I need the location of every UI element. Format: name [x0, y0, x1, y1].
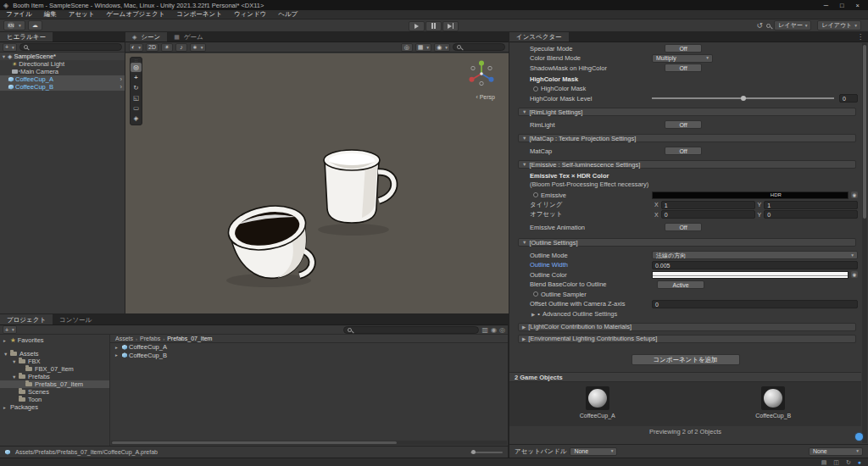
- outline-settings-foldout[interactable]: ▼[Outline Settings]: [518, 238, 856, 247]
- tree-item-directional-light[interactable]: ☀ Directional Light: [0, 60, 125, 68]
- offset-x-field[interactable]: 0: [661, 210, 755, 219]
- scale-tool-button[interactable]: ◱: [131, 93, 142, 103]
- scene-search-input[interactable]: [453, 43, 505, 51]
- menu-file[interactable]: ファイル: [0, 10, 38, 19]
- icon-size-slider[interactable]: [470, 452, 503, 453]
- assetbundle-variant-dropdown[interactable]: None▾: [809, 447, 863, 456]
- hierarchy-search-input[interactable]: [19, 43, 122, 51]
- eyedropper-icon[interactable]: ◉: [851, 271, 858, 278]
- play-button[interactable]: [409, 21, 425, 31]
- tab-console[interactable]: コンソール: [53, 314, 98, 325]
- foldout-arrow-icon[interactable]: ▸: [0, 77, 8, 82]
- assetbundle-name-dropdown[interactable]: None▾: [570, 447, 617, 456]
- status-refresh-icon[interactable]: ↻: [846, 459, 851, 466]
- rotate-tool-button[interactable]: ↻: [131, 83, 142, 92]
- outline-mode-dropdown[interactable]: 法線の方向▾: [652, 251, 858, 259]
- tree-item-packages[interactable]: ▸ Packages: [0, 403, 109, 411]
- blend-basecolor-toggle[interactable]: Active: [657, 280, 704, 289]
- create-button[interactable]: +▾: [3, 325, 17, 334]
- tab-scene[interactable]: ◈ シーン: [125, 32, 167, 42]
- highcolor-mask-level-slider[interactable]: [652, 97, 834, 99]
- tree-item-favorites[interactable]: ▸ ★ Favorites: [0, 336, 109, 344]
- environmental-lighting-foldout[interactable]: ▶[Environmental Lighting Contributions S…: [518, 335, 856, 343]
- search-by-label-icon[interactable]: ◉: [491, 326, 497, 334]
- tree-item-prefabs[interactable]: ▼ Prefabs: [0, 373, 109, 380]
- preview-coffeecup-b[interactable]: CoffeeCup_B: [686, 382, 862, 426]
- minimize-button[interactable]: ─: [824, 2, 828, 9]
- menu-component[interactable]: コンポーネント: [170, 10, 228, 19]
- tab-inspector[interactable]: インスペクター: [509, 32, 569, 42]
- offset-y-field[interactable]: 0: [764, 210, 858, 219]
- preview-header[interactable]: 2 Game Objects: [509, 373, 861, 382]
- tree-item-prefabs-07-item[interactable]: Prefabs_07_Item: [0, 380, 109, 388]
- menu-edit[interactable]: 編集: [38, 10, 63, 19]
- tree-item-main-camera[interactable]: Main Camera: [0, 68, 125, 75]
- tab-hierarchy[interactable]: ヒエラルキー: [0, 32, 53, 42]
- project-search-input[interactable]: [343, 326, 479, 334]
- rimlight-settings-foldout[interactable]: ▼[RimLight Settings]: [518, 108, 856, 116]
- prefab-open-arrow[interactable]: ›: [120, 83, 125, 91]
- add-component-button[interactable]: コンポーネントを追加: [632, 354, 740, 365]
- tree-item-coffeecup-b[interactable]: ▸ CoffeeCup_B ›: [0, 83, 125, 91]
- tree-item-fbx-07-item[interactable]: FBX_07_Item: [0, 365, 109, 373]
- gizmos-dropdown[interactable]: ◉▾: [434, 43, 450, 52]
- move-tool-button[interactable]: +: [131, 73, 142, 82]
- layout-dropdown[interactable]: レイアウト ▾: [817, 20, 861, 31]
- outline-color-field[interactable]: [652, 271, 849, 279]
- shadowmask-toggle[interactable]: Off: [665, 64, 702, 72]
- 2d-toggle[interactable]: 2D: [146, 43, 159, 52]
- audio-toggle[interactable]: ♪: [175, 43, 187, 52]
- emissive-animation-toggle[interactable]: Off: [665, 223, 702, 231]
- scene-visibility-toggle[interactable]: ◎: [401, 43, 413, 52]
- texture-slot[interactable]: [533, 86, 538, 92]
- specular-mode-toggle[interactable]: Off: [665, 44, 702, 53]
- create-button[interactable]: +▾: [3, 43, 17, 52]
- account-button[interactable]: KN ▾: [3, 20, 25, 31]
- tree-item-coffeecup-a[interactable]: ▸ CoffeeCup_A ›: [0, 75, 125, 83]
- search-icon[interactable]: [766, 24, 771, 28]
- status-cache-icon[interactable]: ◫: [833, 459, 839, 466]
- cloud-activity-badge[interactable]: [855, 433, 863, 441]
- hidden-packages-icon[interactable]: ◎: [499, 326, 505, 334]
- tree-item-assets[interactable]: ▼ Assets: [0, 350, 109, 358]
- menu-assets[interactable]: アセット: [63, 10, 101, 19]
- color-blend-mode-dropdown[interactable]: Multiply▾: [652, 54, 713, 63]
- tree-item-toon[interactable]: Toon: [0, 396, 109, 403]
- shading-mode-dropdown[interactable]: ◐▾: [129, 43, 143, 52]
- orientation-gizmo[interactable]: [466, 58, 497, 89]
- highcolor-mask-level-field[interactable]: 0: [839, 94, 858, 103]
- breadcrumb-prefabs[interactable]: Prefabs: [140, 336, 160, 341]
- effects-dropdown[interactable]: ∗▾: [190, 43, 206, 52]
- texture-slot[interactable]: [533, 291, 538, 297]
- tab-game[interactable]: ▦ ゲーム: [167, 32, 209, 42]
- file-item-coffeecup-b[interactable]: ▸ CoffeeCup_B: [110, 352, 508, 360]
- pause-button[interactable]: [426, 21, 442, 31]
- transform-tool-button[interactable]: ◈: [131, 114, 142, 123]
- tree-item-scene[interactable]: ▼ ◈ SampleScene*: [0, 53, 125, 60]
- advanced-outline-foldout[interactable]: ▶ • Advanced Outline Settings: [520, 310, 858, 319]
- overlay-grip-handle[interactable]: ∷: [131, 58, 142, 62]
- search-by-type-icon[interactable]: ▥: [481, 326, 488, 334]
- breadcrumb-assets[interactable]: Assets: [115, 336, 133, 341]
- breadcrumb-prefabs-07-item[interactable]: Prefabs_07_Item: [167, 336, 212, 341]
- maximize-button[interactable]: □: [840, 2, 844, 9]
- preview-coffeecup-a[interactable]: CoffeeCup_A: [509, 382, 686, 426]
- tiling-x-field[interactable]: 1: [661, 201, 755, 209]
- tree-item-scenes[interactable]: Scenes: [0, 388, 109, 396]
- inspector-menu-icon[interactable]: ⋮: [857, 32, 868, 42]
- lightcolor-contribution-foldout[interactable]: ▶[LightColor Contribution to Materials]: [518, 323, 856, 331]
- status-progress-icon[interactable]: ●: [858, 459, 861, 466]
- undo-history-icon[interactable]: ↺: [757, 21, 764, 30]
- foldout-arrow-icon[interactable]: ▸: [0, 85, 8, 90]
- foldout-arrow-icon[interactable]: ▼: [0, 54, 8, 59]
- view-tool-button[interactable]: ◎: [131, 63, 142, 72]
- emissive-hdr-color-field[interactable]: HDR: [652, 191, 849, 199]
- menu-gameobject[interactable]: ゲームオブジェクト: [100, 10, 170, 19]
- file-item-coffeecup-a[interactable]: ▸ CoffeeCup_A: [110, 343, 508, 352]
- menu-window[interactable]: ウィンドウ: [228, 10, 272, 19]
- tab-project[interactable]: プロジェクト: [0, 314, 53, 325]
- outline-width-field[interactable]: 0.005: [652, 261, 858, 269]
- lighting-toggle[interactable]: ☀: [161, 43, 173, 52]
- rimlight-toggle[interactable]: Off: [665, 120, 702, 129]
- prefab-open-arrow[interactable]: ›: [120, 75, 125, 83]
